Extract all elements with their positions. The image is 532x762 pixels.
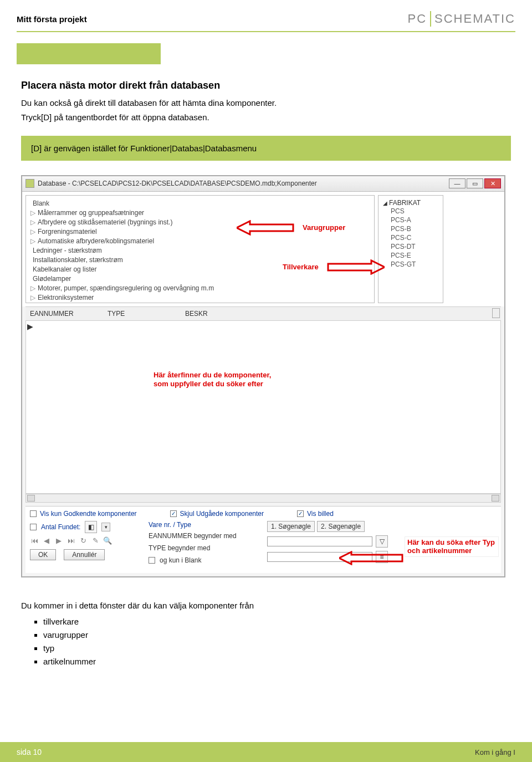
tree-item[interactable]: ▷Elektroniksystemer xyxy=(30,293,370,303)
section-heading: Placera nästa motor direkt från database… xyxy=(21,80,511,91)
section-line1: Du kan också gå direkt till databasen fö… xyxy=(21,97,511,109)
first-icon[interactable]: ⏮ xyxy=(30,536,39,545)
annotation-label: Varugrupper xyxy=(301,223,347,232)
column-header-eannummer[interactable]: EANNUMMER xyxy=(30,310,85,318)
results-grid-header: EANNUMMER TYPE BESKR xyxy=(25,306,501,321)
label-antal-fundet: Antal Fundet: xyxy=(41,523,80,531)
tree-item[interactable]: PCS-A xyxy=(391,216,438,224)
tree-item[interactable]: Glødelamper xyxy=(30,274,370,284)
tree-item[interactable]: PCS-C xyxy=(391,233,438,242)
tab-sogenogle-2[interactable]: 2. Søgenøgle xyxy=(317,521,365,532)
list-item: varugrupper xyxy=(43,628,511,642)
edit-icon[interactable]: ✎ xyxy=(91,536,100,545)
refresh-icon[interactable]: ↻ xyxy=(79,536,88,545)
bullet-list: tillverkare varugrupper typ artikelnumme… xyxy=(43,615,511,668)
manufacturer-tree[interactable]: ◢FABRIKAT PCS PCS-A PCS-B PCS-C PCS-DT P… xyxy=(378,195,443,303)
doc-title: Mitt första projekt xyxy=(17,14,87,24)
shortcut-tip: [D] är genvägen istället för Funktioner|… xyxy=(21,136,511,161)
tree-item[interactable]: ▷Målerrammer og gruppeafsætninger xyxy=(30,208,370,218)
tree-item[interactable]: PCS-E xyxy=(391,251,438,260)
arrow-right-icon xyxy=(325,259,385,275)
label-vis-billed: Vis billed xyxy=(307,510,334,518)
arrow-left-icon xyxy=(237,220,296,236)
page-header: Mitt första projekt PC SCHEMATIC xyxy=(0,0,532,31)
checkbox-antal-fundet[interactable] xyxy=(30,524,37,530)
tree-item[interactable]: Blank xyxy=(30,199,370,208)
page-number: sida 10 xyxy=(17,748,42,756)
footer-series: Kom i gång I xyxy=(475,748,515,756)
scroll-up-button[interactable] xyxy=(492,308,500,318)
checkbox-skjul-udgaede[interactable]: ✓ xyxy=(170,510,177,517)
window-title: Database - C:\PCSELCAD\PCS12-DK\PCSELCAD… xyxy=(38,180,446,187)
label-skjul-udgaede: Skjul Udgåede komponenter xyxy=(180,510,264,518)
scroll-thumb[interactable] xyxy=(27,495,35,502)
svg-marker-0 xyxy=(237,221,293,234)
label-og-kun-blank: og kun i Blank xyxy=(160,556,201,564)
annotation-tillverkare: Tillverkare xyxy=(281,259,385,275)
horizontal-scrollbar[interactable] xyxy=(25,494,501,503)
thumbnail-icon[interactable]: ◧ xyxy=(85,521,97,533)
label-vis-godkendte: Vis kun Godkendte komponenter xyxy=(40,510,137,518)
app-icon xyxy=(25,179,34,188)
maximize-button[interactable]: ▭ xyxy=(467,178,483,188)
tab-sogenogle-1[interactable]: 1. Søgenøgle xyxy=(267,521,315,532)
dropdown-arrow-icon[interactable]: ▾ xyxy=(101,523,110,531)
svg-marker-1 xyxy=(328,260,385,274)
section-accent-bar xyxy=(17,43,161,64)
label-vare-type: Vare nr. / Type xyxy=(149,521,191,529)
brand-logo: PC SCHEMATIC xyxy=(408,11,516,27)
tree-item[interactable]: PCS xyxy=(391,207,438,216)
row-pointer-icon: ▶ xyxy=(27,322,33,331)
section-line2: Tryck[D] på tangentbordet för att öppna … xyxy=(21,111,511,124)
close-button[interactable]: ✕ xyxy=(484,178,501,188)
next-icon[interactable]: ▶ xyxy=(54,536,63,545)
checkbox-og-kun-blank[interactable] xyxy=(149,557,155,564)
logo-separator xyxy=(430,11,431,27)
logo-pc: PC xyxy=(408,12,427,26)
product-groups-tree[interactable]: Blank ▷Målerrammer og gruppeafsætninger … xyxy=(25,195,375,303)
tree-root-fabrikat[interactable]: ◢FABRIKAT xyxy=(383,199,438,207)
list-item: typ xyxy=(43,642,511,655)
label-type-begynder: TYPE begynder med xyxy=(149,544,259,552)
nav-icons: ⏮ ◀ ▶ ⏭ ↻ ✎ 🔍 xyxy=(30,536,141,545)
prev-icon[interactable]: ◀ xyxy=(42,536,51,545)
window-titlebar: Database - C:\PCSELCAD\PCS12-DK\PCSELCAD… xyxy=(22,176,504,192)
tree-item[interactable]: ▷Motorer, pumper, spændingsregulering og… xyxy=(30,284,370,293)
list-item: tillverkare xyxy=(43,615,511,628)
checkbox-vis-billed[interactable]: ✓ xyxy=(297,510,304,517)
find-icon[interactable]: 🔍 xyxy=(103,536,112,545)
column-header-beskr[interactable]: BESKR xyxy=(185,310,208,318)
ean-search-input[interactable] xyxy=(267,536,372,546)
annotation-search-arrow xyxy=(339,551,406,567)
tree-item[interactable]: ▷Automatiske afbrydere/koblingsmateriel xyxy=(30,237,370,246)
minimize-button[interactable]: — xyxy=(449,178,466,188)
annotation-results: Här återfinner du de komponenter, som up… xyxy=(154,371,271,390)
tree-item[interactable]: PCS-DT xyxy=(391,242,438,251)
logo-schematic: SCHEMATIC xyxy=(434,12,515,26)
arrow-left-icon xyxy=(339,551,406,565)
tree-item[interactable]: PCS-GT xyxy=(391,260,438,269)
annotation-search: Här kan du söka efter Typ och artikelnum… xyxy=(405,536,499,557)
list-item: artikelnummer xyxy=(43,655,511,668)
column-header-type[interactable]: TYPE xyxy=(108,310,163,318)
after-intro: Du kommer in i detta fönster där du kan … xyxy=(21,600,511,612)
tree-item[interactable]: PCS-B xyxy=(391,224,438,233)
search-controls: Vis kun Godkendte komponenter ✓ Skjul Ud… xyxy=(25,506,501,573)
scroll-right-button[interactable] xyxy=(492,495,499,502)
page-footer: sida 10 Kom i gång I xyxy=(0,742,532,762)
database-window: Database - C:\PCSELCAD\PCS12-DK\PCSELCAD… xyxy=(21,175,505,577)
svg-marker-2 xyxy=(339,552,402,564)
checkbox-vis-godkendte[interactable] xyxy=(30,510,37,517)
ok-button[interactable]: OK xyxy=(30,549,56,560)
annotation-varugrupper: Varugrupper xyxy=(237,220,347,236)
cancel-button[interactable]: Annullér xyxy=(64,549,105,560)
results-grid[interactable]: ▶ Här återfinner du de komponenter, som … xyxy=(25,321,501,494)
tree-item[interactable]: Ledninger - stærkstrøm xyxy=(30,246,370,255)
last-icon[interactable]: ⏭ xyxy=(66,536,75,545)
filter-icon[interactable]: ▽ xyxy=(376,535,388,548)
annotation-label: Tillverkare xyxy=(281,262,320,272)
label-ean-begynder: EANNUMMER begynder med xyxy=(149,532,259,540)
